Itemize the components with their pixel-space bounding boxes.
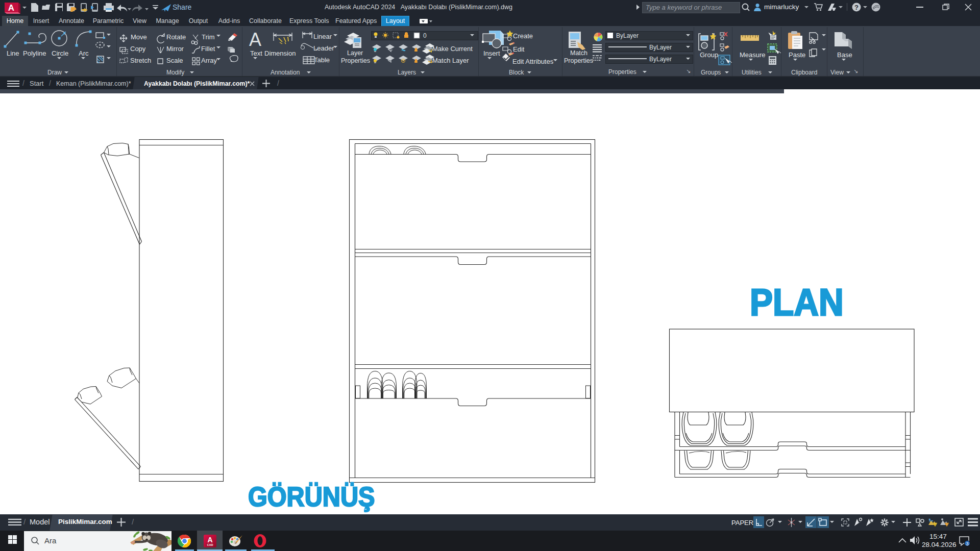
svg-text:A: A <box>249 29 261 50</box>
svg-text:CAD: CAD <box>207 543 213 546</box>
svg-text:?: ? <box>854 4 859 11</box>
svg-text:A: A <box>8 3 14 13</box>
svg-text:3: 3 <box>966 541 968 546</box>
svg-text:A: A <box>207 536 212 544</box>
